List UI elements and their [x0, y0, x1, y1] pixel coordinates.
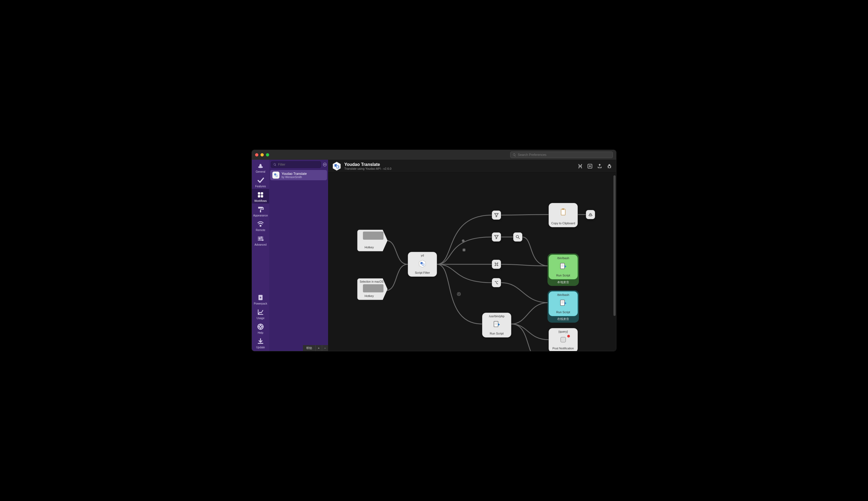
add-workflow-button[interactable]: + [315, 345, 322, 351]
sidebar-nav: GeneralFeaturesWorkflowsAppearanceRemote… [252, 160, 269, 351]
nav-label: Remote [256, 228, 265, 232]
svg-rect-56 [494, 321, 498, 327]
app-window: GeneralFeaturesWorkflowsAppearanceRemote… [251, 150, 617, 351]
svg-marker-60 [498, 323, 500, 326]
remove-workflow-button[interactable]: − [322, 345, 328, 351]
svg-line-32 [610, 166, 611, 166]
node-label: Script Filter [415, 270, 430, 276]
wire-joint[interactable] [462, 239, 464, 242]
svg-point-14 [324, 164, 324, 164]
workflow-list-pane: 文AYoudao Translateby WensonSmith 帮助 + − [269, 160, 328, 351]
workflow-subtitle: Translate using Youdao API - v2.6.0 [344, 167, 392, 170]
node-hotkey[interactable]: Hotkey [357, 230, 387, 251]
nav-help[interactable]: Help [252, 321, 269, 335]
workflow-item-title: Youdao Translate [281, 172, 307, 175]
translate-icon: 文A [408, 257, 437, 270]
titlebar [252, 150, 616, 160]
nav-usage[interactable]: Usage [252, 306, 269, 321]
header-actions [577, 163, 612, 169]
node-label: Run Script [490, 331, 503, 337]
node-modifier-cmd[interactable] [492, 260, 501, 269]
svg-line-43 [518, 237, 520, 239]
clipboard-icon [549, 203, 578, 221]
node-filter[interactable] [492, 211, 501, 220]
nav-label: Workflows [254, 200, 267, 202]
nav-advanced[interactable]: Advanced [252, 233, 269, 247]
nav-remote[interactable]: Remote [252, 218, 269, 233]
nav-label: Update [256, 346, 265, 349]
nav-general[interactable]: General [252, 160, 269, 174]
node-modifier-option[interactable] [492, 278, 501, 287]
svg-rect-4 [258, 207, 262, 209]
hat-icon [257, 162, 264, 169]
nav-label: Features [255, 185, 266, 188]
check-icon [257, 177, 264, 184]
filter-input[interactable] [278, 163, 319, 167]
battery-icon [257, 294, 264, 301]
svg-point-30 [609, 164, 610, 166]
prefs-button[interactable] [587, 163, 593, 169]
maximize-button[interactable] [266, 153, 269, 157]
node-top-label: yd [421, 252, 424, 257]
canvas-scrollbar[interactable] [613, 175, 615, 348]
help-button[interactable]: 帮助 [303, 345, 315, 351]
nav-workflows[interactable]: Workflows [252, 189, 269, 203]
svg-point-9 [262, 239, 263, 241]
minimize-button[interactable] [260, 153, 264, 157]
search-preferences-input[interactable] [518, 153, 610, 157]
node-run-script-online[interactable]: /bin/bash Run Script 在线发音 [547, 290, 579, 323]
node-copy-clipboard[interactable]: Copy to Clipboard [549, 203, 578, 227]
debug-button[interactable] [607, 163, 612, 169]
wire-joint[interactable] [463, 249, 465, 251]
search-icon [513, 153, 516, 157]
node-hotkey-selection[interactable]: Selection in macOS Hotkey [357, 278, 387, 300]
list-footer: 帮助 + − [303, 345, 328, 351]
svg-text:文: 文 [421, 263, 422, 264]
variables-button[interactable] [577, 163, 583, 169]
node-run-script-php[interactable]: /usr/bin/php Run Script [482, 313, 511, 338]
svg-point-42 [516, 235, 518, 238]
notification-icon [549, 334, 578, 345]
traffic-lights [255, 153, 269, 157]
close-button[interactable] [255, 153, 258, 157]
node-run-script-local[interactable]: /bin/bash Run Script 本地发音 [547, 254, 579, 286]
script-icon [482, 318, 511, 331]
svg-rect-45 [562, 208, 565, 210]
wire-toggle[interactable] [457, 292, 461, 296]
svg-rect-2 [258, 195, 260, 198]
svg-rect-46 [560, 263, 565, 269]
node-top-label: /bin/bash [557, 255, 569, 260]
filter-box[interactable] [271, 161, 321, 168]
badge-icon [567, 335, 570, 338]
filter-options-button[interactable] [323, 162, 327, 167]
search-icon [273, 163, 277, 166]
node-search[interactable] [513, 232, 522, 242]
nav-update[interactable]: Update [252, 335, 269, 350]
nav-features[interactable]: Features [252, 174, 269, 189]
svg-text:A: A [276, 175, 277, 177]
workflow-item-subtitle: by WensonSmith [281, 175, 307, 179]
chart-icon [257, 308, 264, 316]
svg-point-8 [259, 238, 260, 239]
cmd-icon [494, 262, 499, 267]
node-script-filter[interactable]: yd 文A Script Filter [408, 252, 437, 277]
workflow-list-item[interactable]: 文AYoudao Translateby WensonSmith [270, 170, 327, 180]
workflow-canvas[interactable]: Hotkey Selection in macOS Hotkey yd 文A [328, 173, 616, 351]
node-under-label: 在线发音 [557, 316, 569, 322]
svg-line-31 [608, 166, 608, 166]
export-button[interactable] [597, 163, 603, 169]
download-icon [257, 338, 264, 345]
node-alfred-output[interactable] [586, 210, 595, 219]
svg-rect-1 [261, 192, 263, 194]
svg-rect-61 [561, 337, 566, 342]
hotkey-field[interactable] [363, 232, 384, 240]
hotkey-field[interactable] [363, 284, 384, 292]
node-post-notification[interactable]: {query} Post Notification [549, 328, 578, 351]
nav-appearance[interactable]: Appearance [252, 203, 269, 218]
node-label: Run Script [556, 273, 570, 279]
nav-powerpack[interactable]: Powerpack [252, 291, 269, 306]
node-label: Hotkey [365, 293, 374, 300]
search-preferences[interactable] [510, 152, 613, 158]
svg-text:文: 文 [336, 164, 337, 167]
node-filter[interactable] [492, 232, 501, 242]
